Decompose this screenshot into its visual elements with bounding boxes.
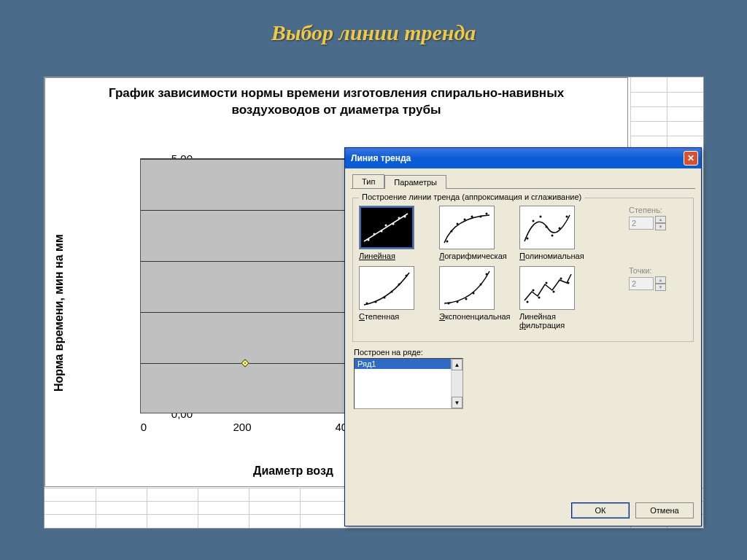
trend-label-power: Степенная [359, 312, 426, 321]
trend-option-moving-average[interactable] [519, 266, 575, 310]
svg-point-37 [546, 282, 548, 284]
points-up-icon: ▲ [655, 276, 666, 284]
svg-line-0 [364, 214, 408, 241]
svg-point-39 [560, 278, 562, 280]
y-axis-label: Норма времени, мин на мм [53, 234, 66, 392]
trend-label-linear: Линейная [359, 252, 426, 260]
svg-point-1 [368, 239, 370, 241]
ok-button[interactable]: ОК [571, 502, 630, 518]
svg-point-15 [527, 238, 529, 240]
trend-option-power[interactable] [359, 266, 414, 310]
svg-point-11 [464, 219, 466, 221]
svg-point-32 [480, 284, 482, 286]
trend-label-logarithmic: Логарифмическая [439, 252, 506, 260]
points-input [629, 277, 654, 290]
series-listbox[interactable]: Ряд1 ▲ ▼ [354, 358, 463, 409]
svg-point-22 [366, 303, 368, 305]
svg-point-9 [451, 230, 453, 233]
trend-label-polynomial: Полиномиальная [519, 252, 587, 260]
svg-point-29 [457, 301, 459, 303]
tab-panel-type: Построение линии тренда (аппроксимация и… [351, 188, 695, 409]
svg-point-31 [473, 292, 475, 295]
tab-type[interactable]: Тип [352, 174, 384, 188]
trend-option-exponential[interactable] [439, 266, 495, 310]
trend-label-moving: Линейная фильтрация [519, 312, 587, 330]
degree-up-icon: ▲ [655, 216, 666, 223]
svg-point-36 [538, 297, 541, 299]
svg-point-20 [559, 228, 561, 230]
degree-down-icon: ▼ [655, 223, 666, 230]
x-tick: 200 [228, 421, 257, 433]
dialog-title: Линия тренда [351, 153, 411, 163]
trend-option-logarithmic[interactable] [439, 206, 495, 249]
svg-point-3 [381, 230, 383, 233]
svg-point-27 [406, 275, 408, 277]
svg-point-5 [392, 223, 395, 225]
svg-point-17 [540, 216, 542, 218]
chart-title: График зависимости нормы времени изготов… [45, 78, 627, 123]
svg-point-16 [533, 220, 535, 222]
svg-point-19 [551, 235, 554, 237]
scroll-down-icon[interactable]: ▼ [452, 397, 462, 408]
svg-point-2 [374, 233, 376, 236]
series-built-on-label: Построен на ряде: [354, 348, 695, 357]
svg-point-40 [568, 282, 570, 284]
svg-point-24 [384, 297, 386, 299]
svg-point-25 [391, 291, 393, 293]
dialog-titlebar[interactable]: Линия тренда ✕ [345, 148, 701, 168]
trend-type-group: Построение линии тренда (аппроксимация и… [352, 198, 694, 342]
scroll-up-icon[interactable]: ▲ [452, 359, 462, 370]
cancel-button[interactable]: Отмена [635, 502, 694, 518]
svg-point-28 [448, 303, 450, 305]
svg-point-30 [465, 298, 468, 300]
close-icon[interactable]: ✕ [684, 151, 698, 166]
svg-point-14 [486, 213, 488, 215]
svg-point-12 [471, 216, 473, 218]
svg-point-38 [553, 291, 555, 293]
dialog-tabs: Тип Параметры [345, 168, 701, 188]
svg-point-23 [375, 301, 377, 303]
svg-point-4 [385, 225, 387, 227]
svg-point-6 [398, 217, 400, 219]
svg-point-35 [533, 289, 535, 292]
trendline-dialog: Линия тренда ✕ Тип Параметры Построение … [344, 147, 702, 526]
series-item[interactable]: Ряд1 [355, 359, 462, 369]
trend-option-polynomial[interactable] [519, 206, 575, 249]
svg-point-26 [398, 284, 400, 286]
svg-point-18 [546, 226, 548, 228]
degree-label: Степень: [629, 206, 687, 214]
tab-parameters[interactable]: Параметры [384, 175, 446, 189]
slide-title: Выбор линии тренда [0, 0, 747, 52]
svg-point-21 [566, 216, 568, 218]
trend-option-linear[interactable] [359, 206, 414, 249]
degree-input [629, 217, 654, 230]
points-down-icon: ▼ [655, 284, 666, 291]
trend-label-exponential: Экспоненциальная [439, 312, 506, 321]
svg-point-10 [457, 223, 459, 225]
points-label: Точки: [629, 266, 687, 275]
svg-point-8 [446, 241, 449, 243]
svg-point-13 [480, 216, 482, 218]
svg-point-34 [527, 301, 529, 303]
data-point [241, 359, 249, 367]
group-legend: Построение линии тренда (аппроксимация и… [359, 192, 584, 201]
scrollbar[interactable]: ▲ ▼ [451, 359, 462, 408]
x-tick: 0 [129, 421, 158, 433]
svg-point-7 [404, 216, 406, 218]
svg-point-33 [486, 273, 488, 276]
